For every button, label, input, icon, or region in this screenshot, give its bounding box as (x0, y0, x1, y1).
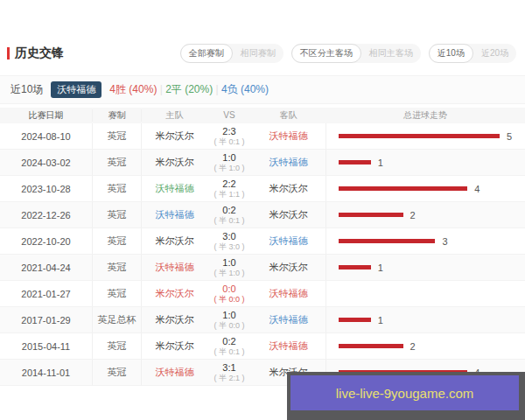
full-time-score: 1:0 (222, 152, 235, 164)
home-team: 沃特福德 (142, 255, 207, 280)
score-cell: 3:1 ( 半 2:1 ) (207, 360, 251, 385)
goals-bar-cell: 1 (326, 307, 525, 332)
summary-stat: 4负 (40%) (221, 83, 269, 95)
column-header: 主队 (142, 109, 207, 122)
half-time-score: ( 半 0:0 ) (214, 295, 244, 304)
home-team: 米尔沃尔 (142, 281, 207, 306)
goals-bar-cell: 2 (326, 202, 525, 228)
home-team: 米尔沃尔 (142, 228, 207, 254)
table-row: 2021-04-24 英冠 沃特福德 1:0 ( 半 1:0 ) 米尔沃尔 1 (0, 255, 525, 281)
away-team: 沃特福德 (251, 123, 326, 149)
goals-bar (339, 134, 500, 138)
away-team: 沃特福德 (251, 333, 326, 359)
column-header: VS (207, 110, 251, 121)
score-cell: 2:3 ( 半 0:1 ) (207, 123, 251, 149)
column-header: 总进球走势 (326, 109, 525, 122)
match-date: 2017-01-29 (0, 307, 92, 332)
stat-separator: | (157, 83, 165, 95)
match-league: 英冠 (92, 123, 142, 149)
section-header: 历史交锋 全部赛制相同赛制不区分主客场相同主客场近10场近20场 (7, 44, 516, 63)
match-league: 英冠 (92, 281, 142, 306)
half-time-score: ( 半 0:1 ) (214, 137, 244, 146)
filter-toolbar: 全部赛制相同赛制不区分主客场相同主客场近10场近20场 (180, 44, 516, 63)
watermark-text: live-live-9yougame.com (290, 375, 519, 410)
goals-bar-cell: 3 (326, 228, 525, 254)
table-row: 2017-01-29 英足总杯 米尔沃尔 1:0 ( 半 0:0 ) 沃特福德 … (0, 307, 525, 333)
match-date: 2024-08-10 (0, 123, 92, 149)
match-league: 英足总杯 (92, 307, 142, 332)
goals-bar (339, 186, 467, 191)
match-league: 英冠 (92, 176, 142, 201)
away-team: 米尔沃尔 (251, 176, 326, 201)
summary-stats: 4胜 (40%) | 2平 (20%) | 4负 (40%) (109, 82, 269, 97)
full-time-score: 1:0 (222, 257, 235, 269)
full-time-score: 3:0 (222, 231, 235, 242)
half-time-score: ( 半 0:1 ) (214, 347, 244, 356)
goals-bar (339, 265, 371, 270)
match-league: 英冠 (92, 202, 142, 228)
match-date: 2022-10-20 (0, 228, 92, 254)
goals-bar-cell: 4 (326, 176, 525, 201)
goals-value: 2 (410, 210, 416, 220)
home-team: 米尔沃尔 (142, 333, 207, 359)
away-team: 沃特福德 (251, 150, 326, 175)
goals-value: 3 (442, 236, 447, 247)
match-league: 英冠 (92, 333, 142, 359)
match-date: 2021-04-24 (0, 255, 92, 280)
match-league: 英冠 (92, 255, 142, 280)
full-time-score: 0:0 (222, 284, 235, 295)
home-team: 米尔沃尔 (142, 307, 207, 332)
filter-option-button[interactable]: 近10场 (429, 44, 473, 63)
full-time-score: 2:2 (222, 178, 235, 190)
match-date: 2023-10-28 (0, 176, 92, 201)
half-time-score: ( 半 1:0 ) (214, 164, 244, 172)
home-team: 米尔沃尔 (142, 150, 207, 175)
score-cell: 1:0 ( 半 0:0 ) (207, 307, 251, 332)
away-team: 沃特福德 (251, 307, 326, 332)
page-title-text: 历史交锋 (15, 46, 64, 61)
goals-value: 2 (410, 341, 416, 352)
score-cell: 0:2 ( 半 0:1 ) (207, 333, 251, 359)
summary-stat: 2平 (20%) (165, 83, 213, 95)
stat-separator: | (213, 83, 221, 95)
table-row: 2021-01-27 英冠 米尔沃尔 0:0 ( 半 0:0 ) 沃特福德 (0, 281, 525, 307)
home-team: 沃特福德 (142, 202, 207, 228)
filter-option-button[interactable]: 相同主客场 (361, 44, 421, 63)
table-row: 2022-10-20 英冠 米尔沃尔 3:0 ( 半 3:0 ) 沃特福德 3 (0, 228, 525, 255)
half-time-score: ( 半 1:1 ) (214, 190, 244, 199)
filter-option-button[interactable]: 近20场 (473, 44, 516, 63)
competition-filter: 全部赛制相同赛制 (180, 44, 284, 63)
away-team: 米尔沃尔 (251, 202, 326, 228)
filter-option-button[interactable]: 相同赛制 (233, 44, 284, 63)
half-time-score: ( 半 0:0 ) (214, 321, 244, 330)
match-date: 2022-12-26 (0, 202, 92, 228)
goals-bar (339, 318, 371, 322)
team-badge: 沃特福德 (51, 81, 102, 98)
goals-value: 5 (507, 131, 512, 142)
match-league: 英冠 (92, 228, 142, 254)
half-time-score: ( 半 0:1 ) (214, 216, 244, 225)
venue-filter: 不区分主客场相同主客场 (291, 44, 421, 63)
goals-value: 4 (474, 184, 480, 194)
match-league: 英冠 (92, 150, 142, 175)
range-filter: 近10场近20场 (429, 44, 516, 63)
goals-bar (339, 344, 403, 348)
goals-bar (339, 213, 403, 217)
table-row: 2022-12-26 英冠 沃特福德 0:2 ( 半 0:1 ) 米尔沃尔 2 (0, 202, 525, 228)
goals-bar-cell: 1 (326, 255, 525, 280)
filter-option-button[interactable]: 全部赛制 (180, 44, 233, 63)
goals-bar-cell: 2 (326, 333, 525, 359)
home-team: 沃特福德 (142, 360, 207, 385)
half-time-score: ( 半 1:0 ) (214, 269, 244, 277)
table-row: 2024-03-02 英冠 米尔沃尔 1:0 ( 半 1:0 ) 沃特福德 1 (0, 150, 525, 176)
half-time-score: ( 半 2:1 ) (214, 374, 244, 382)
match-date: 2014-11-01 (0, 360, 92, 385)
goals-bar (339, 239, 435, 243)
goals-bar-cell: 5 (326, 123, 525, 149)
page-title: 历史交锋 (7, 46, 64, 61)
h2h-table: 比赛日期赛制主队VS客队总进球走势 2024-08-10 英冠 米尔沃尔 2:3… (0, 108, 525, 386)
match-league: 英冠 (92, 360, 142, 385)
full-time-score: 0:2 (222, 205, 235, 216)
score-cell: 1:0 ( 半 1:0 ) (207, 255, 251, 280)
filter-option-button[interactable]: 不区分主客场 (291, 44, 361, 63)
